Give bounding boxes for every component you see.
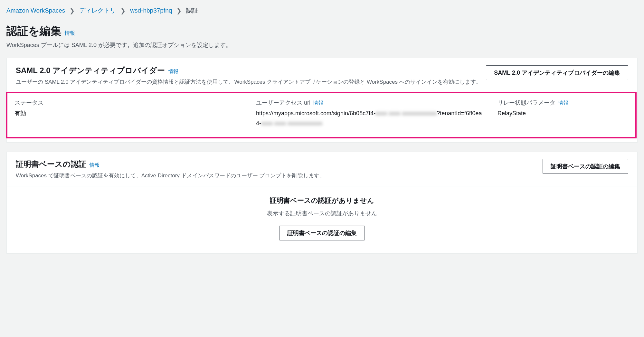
relay-state-value: RelayState (497, 108, 628, 118)
saml-panel-description: ユーザーの SAML 2.0 アイデンティティプロバイダーの資格情報と認証方法を… (16, 78, 486, 86)
breadcrumb-directories[interactable]: ディレクトリ (79, 6, 116, 15)
chevron-right-icon: ❯ (70, 7, 75, 14)
relay-state-label: リレー状態パラメータ (497, 99, 555, 107)
relay-state-cell: リレー状態パラメータ 情報 RelayState (490, 93, 635, 137)
page-header: 認証を編集 情報 WorkSpaces プールには SAML 2.0 が必要です… (6, 24, 638, 49)
user-access-url-label: ユーザーアクセス url (256, 99, 310, 107)
saml-panel-info-link[interactable]: 情報 (168, 68, 178, 75)
cert-panel-info-link[interactable]: 情報 (90, 162, 100, 169)
url-redacted-1: xxxx xxxx xxxxxxxxxxxx (375, 110, 437, 117)
page-description: WorkSpaces プールには SAML 2.0 が必要です。追加の認証オプシ… (6, 41, 638, 49)
relay-state-info-link[interactable]: 情報 (558, 100, 568, 107)
breadcrumb: Amazon WorkSpaces ❯ ディレクトリ ❯ wsd-hbp37pf… (6, 6, 638, 15)
breadcrumb-directory-id[interactable]: wsd-hbp37pfnq (130, 7, 172, 14)
chevron-right-icon: ❯ (176, 7, 182, 14)
breadcrumb-workspaces[interactable]: Amazon WorkSpaces (6, 7, 65, 14)
url-part-1: https://myapps.microsoft.com/signin/6b08… (256, 110, 375, 117)
status-label: ステータス (14, 99, 43, 107)
cert-empty-state: 証明書ベースの認証がありません 表示する証明書ベースの認証がありません 証明書ベ… (7, 186, 637, 253)
cert-panel-title: 証明書ベースの認証 (16, 159, 86, 169)
edit-cert-auth-button-empty[interactable]: 証明書ベースの認証の編集 (279, 226, 365, 240)
cert-panel-description: WorkSpaces で証明書ベースの認証を有効にして、Active Direc… (16, 171, 543, 180)
saml-details-grid: ステータス 有効 ユーザーアクセス url 情報 https://myapps.… (6, 92, 637, 138)
user-access-url-cell: ユーザーアクセス url 情報 https://myapps.microsoft… (249, 93, 490, 137)
page-info-link[interactable]: 情報 (65, 30, 75, 37)
saml-panel-title: SAML 2.0 アイデンティティプロバイダー (16, 65, 165, 76)
cert-auth-panel: 証明書ベースの認証 情報 WorkSpaces で証明書ベースの認証を有効にして… (6, 152, 638, 253)
chevron-right-icon: ❯ (120, 7, 126, 14)
status-value: 有効 (14, 108, 242, 118)
user-access-url-value: https://myapps.microsoft.com/signin/6b08… (256, 108, 483, 128)
cert-empty-description: 表示する証明書ベースの認証がありません (16, 210, 628, 217)
saml-provider-panel: SAML 2.0 アイデンティティプロバイダー 情報 ユーザーの SAML 2.… (6, 58, 638, 143)
edit-cert-auth-button[interactable]: 証明書ベースの認証の編集 (543, 159, 628, 174)
status-cell: ステータス 有効 (7, 93, 249, 137)
url-redacted-2: xxxx xxxx xxxxxxxxxxxx (261, 120, 322, 126)
edit-saml-provider-button[interactable]: SAML 2.0 アイデンティティプロバイダーの編集 (486, 65, 628, 80)
breadcrumb-current: 認証 (186, 6, 198, 15)
page-title: 認証を編集 (6, 24, 62, 39)
cert-empty-title: 証明書ベースの認証がありません (16, 196, 628, 205)
user-access-url-info-link[interactable]: 情報 (313, 100, 323, 107)
